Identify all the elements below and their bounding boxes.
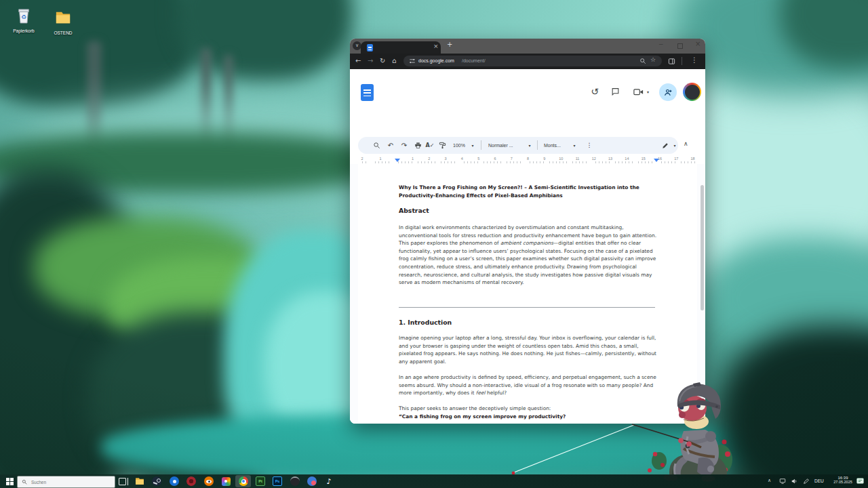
window-close-button[interactable]: ×: [695, 41, 701, 47]
notification-center-icon[interactable]: [856, 477, 865, 485]
taskbar-photos[interactable]: [220, 476, 231, 487]
keyboard-language[interactable]: DEU: [814, 479, 824, 483]
toolbar-separator: [537, 140, 538, 150]
taskbar-steam[interactable]: [151, 476, 162, 487]
display-tray-icon[interactable]: [778, 478, 787, 485]
avatar-image: [685, 85, 700, 100]
zoom-select[interactable]: 100%: [450, 137, 468, 154]
speaker-icon[interactable]: [791, 478, 798, 485]
task-view-button[interactable]: [118, 476, 129, 487]
taskbar-app-blue[interactable]: [169, 476, 180, 487]
music-note-icon: ♪: [326, 478, 331, 485]
desktop-icon-ostend-folder[interactable]: OSTEND: [47, 7, 79, 35]
wallpaper-tree-canopy: [176, 0, 353, 81]
docs-toolbar: ↶ ↷ A✓ 100% ▾ Normaler ... ▾ Monts... ▾ …: [358, 137, 678, 154]
back-icon[interactable]: ←: [355, 58, 361, 64]
taskbar-blender[interactable]: [203, 476, 214, 487]
paint-format-icon[interactable]: [437, 137, 448, 154]
search-input[interactable]: [30, 479, 107, 485]
url-path: /document/: [462, 58, 486, 63]
address-bar[interactable]: docs.google.com /document/ ☆: [403, 56, 662, 66]
vertical-scrollbar[interactable]: [701, 185, 704, 310]
reload-icon[interactable]: ↻: [380, 58, 385, 64]
doc-intro-heading: 1. Introduction: [399, 319, 657, 327]
wallpaper-tree-trunk: [87, 41, 102, 169]
styles-caret-icon[interactable]: ▾: [526, 137, 533, 154]
browser-window: ∨ × + − × ← → ↻ ⌂ docs.google.com /docum…: [350, 39, 705, 424]
desktop-icon-recycle-bin[interactable]: ♻ Papierkorb: [7, 7, 40, 33]
new-tab-button[interactable]: +: [447, 41, 452, 48]
tab-close-icon[interactable]: ×: [433, 43, 439, 49]
dark-app-icon: [290, 476, 300, 486]
taskbar-music-app[interactable]: ♪: [323, 476, 334, 487]
side-panel-icon[interactable]: [668, 58, 675, 65]
person-add-icon: [664, 88, 673, 97]
doc-abstract-heading: Abstract: [399, 207, 657, 215]
active-tab[interactable]: ×: [361, 41, 441, 54]
tab-strip: ∨ × + − ×: [350, 39, 705, 54]
taskbar-search-box[interactable]: [17, 476, 115, 488]
toolbar-overflow-icon[interactable]: ⋮: [585, 137, 594, 154]
collapse-toolbar-icon[interactable]: ∧: [684, 141, 688, 147]
docs-search-icon[interactable]: [370, 137, 382, 154]
print-icon[interactable]: [412, 137, 423, 154]
desktop-icon-label: Papierkorb: [7, 28, 40, 33]
ruler: 21123456789101112131415161718: [350, 156, 705, 164]
version-history-icon[interactable]: ↺: [589, 85, 601, 98]
tray-chevron-icon[interactable]: ∧: [768, 479, 771, 483]
photoshop-icon: Ps: [273, 476, 282, 486]
wallpaper-tree-trunk: [224, 54, 233, 156]
undo-icon[interactable]: ↶: [385, 137, 396, 154]
wallpaper-moss-cliff: [108, 258, 312, 352]
desktop-icon-label: OSTEND: [47, 30, 79, 35]
home-icon[interactable]: ⌂: [392, 58, 396, 64]
spellcheck-icon[interactable]: A✓: [425, 137, 435, 154]
font-select[interactable]: Monts...: [544, 137, 571, 154]
google-docs-logo[interactable]: [361, 84, 374, 101]
blender-icon: [204, 476, 214, 486]
taskbar-file-explorer[interactable]: [134, 476, 145, 487]
window-maximize-button[interactable]: [677, 43, 683, 49]
comments-icon[interactable]: [611, 87, 620, 96]
pen-tray-icon[interactable]: [803, 478, 810, 485]
browser-menu-icon[interactable]: ⋮: [691, 57, 698, 64]
paragraph-style-select[interactable]: Normaler ...: [488, 137, 524, 154]
wallpaper-cliff-shadow: [88, 312, 319, 488]
zoom-caret-icon[interactable]: ▾: [469, 137, 476, 154]
taskbar: Pt Ps ♪ ∧ DEU 16:39 27.05.2025: [0, 474, 868, 488]
taskbar-app-circle[interactable]: [307, 476, 317, 487]
frog-hand: [678, 438, 684, 443]
mode-caret-icon[interactable]: ▾: [671, 137, 678, 154]
taskbar-photoshop[interactable]: Ps: [272, 476, 283, 487]
profile-avatar[interactable]: [683, 83, 701, 101]
chrome-icon: [239, 476, 248, 486]
right-indent-marker[interactable]: [654, 159, 659, 162]
editing-mode-pencil-icon[interactable]: [660, 137, 670, 154]
doc-abstract-paragraph: In digital work environments characteriz…: [399, 224, 657, 287]
horizontal-rule: [399, 307, 655, 308]
wallpaper-grass: [0, 132, 393, 193]
taskbar-clock[interactable]: 16:39 27.05.2025: [831, 476, 854, 484]
window-minimize-button[interactable]: −: [658, 41, 664, 47]
red-app-icon: [186, 476, 196, 486]
forward-icon[interactable]: →: [368, 58, 373, 64]
toolbar-divider: [682, 57, 682, 65]
redo-icon[interactable]: ↷: [399, 137, 410, 154]
taskbar-chrome-active[interactable]: [238, 476, 249, 487]
taskbar-app-pt[interactable]: Pt: [255, 476, 266, 487]
folder-icon: [55, 9, 71, 26]
taskbar-app-red[interactable]: [186, 476, 197, 487]
left-indent-marker[interactable]: [395, 159, 400, 162]
taskbar-app-dark[interactable]: [290, 476, 300, 487]
docs-favicon: [367, 44, 373, 52]
zoom-icon[interactable]: [639, 58, 646, 64]
meet-video-icon[interactable]: [633, 88, 644, 96]
bookmark-star-icon[interactable]: ☆: [650, 57, 656, 63]
start-button[interactable]: [4, 476, 15, 487]
browser-toolbar: ← → ↻ ⌂ docs.google.com /document/ ☆ ⋮: [350, 54, 705, 69]
meet-caret-icon[interactable]: ▾: [647, 90, 649, 94]
wallpaper-water-right: [705, 237, 868, 359]
fishing-line: [514, 425, 634, 472]
share-button[interactable]: [659, 83, 677, 101]
font-caret-icon[interactable]: ▾: [571, 137, 578, 154]
